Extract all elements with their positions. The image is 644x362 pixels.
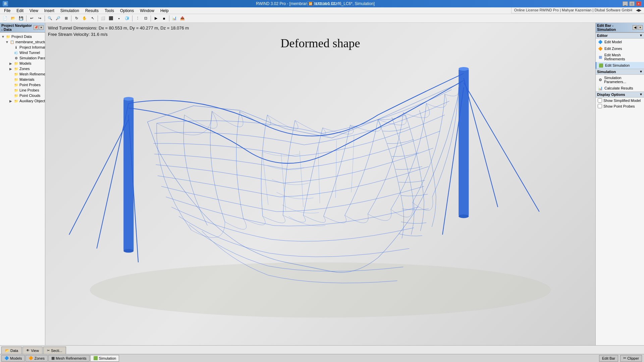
menu-tools[interactable]: Tools [102, 8, 117, 14]
tb-undo[interactable]: ↩ [28, 15, 35, 22]
tb-view-side[interactable]: ▪ [115, 15, 123, 22]
calc-results-label: Calculate Results [604, 86, 633, 90]
edit-bar-btn[interactable]: Edit Bar [599, 355, 618, 362]
editor-expand[interactable]: ▼ [639, 34, 643, 38]
clipper-btn[interactable]: ✂ Clipper [620, 355, 642, 362]
edit-simulation-btn[interactable]: 🟩 Edit Simulation [596, 62, 644, 69]
data-tab-icon: 📂 [5, 349, 9, 352]
right-collapse-btn[interactable]: ◀ [633, 25, 637, 30]
edit-mesh-btn[interactable]: ▦ Edit Mesh Refinements [596, 52, 644, 62]
tab-view[interactable]: 👁 View [22, 347, 43, 354]
tb-rotate[interactable]: ↻ [73, 15, 80, 22]
sim-params-btn[interactable]: ⚙ Simulation Parameters... [596, 75, 644, 85]
license-collapse-btn[interactable]: ◀▶ [636, 8, 641, 12]
calc-results-btn[interactable]: 📊 Calculate Results [596, 85, 644, 92]
menu-window[interactable]: Window [137, 8, 157, 14]
tb-zoom-fit[interactable]: ⊞ [62, 15, 70, 22]
tree-zones[interactable]: ▶ 📁 Zones [1, 66, 44, 71]
sim-view-icon: 🟩 [93, 356, 98, 360]
menu-view[interactable]: View [27, 8, 41, 14]
tb-view-top[interactable]: ⬜ [99, 15, 107, 22]
tb-sep3 [71, 15, 71, 21]
tab-section[interactable]: ✂ Secti... [43, 347, 66, 354]
simulation-expand[interactable]: ▼ [639, 70, 643, 74]
close-btn[interactable]: × [636, 1, 641, 6]
tab-data[interactable]: 📂 Data [1, 347, 22, 354]
svg-line-10 [464, 78, 498, 207]
tb-open[interactable]: 📂 [9, 15, 17, 22]
tb-new[interactable]: 📄 [1, 15, 9, 22]
title-bar: R RWIND 3.02 Pro - [membrane_structure1 … [0, 0, 644, 7]
tree-membrane[interactable]: ▼ 📋 membrane_structure1 [1, 39, 44, 45]
tree-line-probes[interactable]: 📁 Line Probes [1, 87, 44, 93]
folder-icon: 📁 [5, 34, 11, 39]
viewport[interactable]: Wind Tunnel Dimensions: Dx = 80.553 m, D… [45, 23, 595, 345]
tree-point-clouds[interactable]: 📁 Point Clouds [1, 93, 44, 98]
bottom-view-tabs: 🔷 Models 🔶 Zones ▦ Mesh Refinements 🟩 Si… [0, 354, 644, 362]
section-tab-icon: ✂ [47, 349, 50, 352]
sim-icon: ⚙ [13, 56, 19, 60]
tree-label: Point Clouds [19, 94, 40, 98]
tree-sim-params[interactable]: ⚙ Simulation Parameters [1, 55, 44, 61]
tb-zoom-out[interactable]: 🔎 [54, 15, 62, 22]
menu-edit[interactable]: Edit [14, 8, 26, 14]
edit-zones-btn[interactable]: 🔶 Edit Zones [596, 45, 644, 52]
tb-redo[interactable]: ↪ [36, 15, 43, 22]
tb-export[interactable]: 📤 [179, 15, 186, 22]
tb-view-front[interactable]: ⬛ [107, 15, 115, 22]
menu-file[interactable]: File [1, 8, 13, 14]
show-point-probes-item: Show Point Probes [596, 103, 644, 109]
tb-save[interactable]: 💾 [17, 15, 25, 22]
tb-wireframe[interactable]: ⊡ [142, 15, 149, 22]
tb-calc[interactable]: ▶ [152, 15, 160, 22]
right-close-btn[interactable]: × [638, 25, 643, 30]
tb-stop[interactable]: ■ [160, 15, 168, 22]
tb-results[interactable]: 📊 [171, 15, 178, 22]
svg-point-3 [123, 249, 133, 253]
menu-insert[interactable]: Insert [42, 8, 57, 14]
right-panel: Edit Bar - Simulation ◀ × Editor ▼ 🔷 Edi… [595, 23, 644, 345]
minimize-btn[interactable]: _ [623, 1, 628, 6]
menu-options[interactable]: Options [117, 8, 137, 14]
menu-simulation[interactable]: Simulation [58, 8, 82, 14]
show-simplified-model-checkbox[interactable] [598, 98, 602, 103]
tb-select[interactable]: ↖ [89, 15, 96, 22]
tree-label: Models [19, 61, 31, 65]
tree-project-data[interactable]: ▼ 📁 Project Data [1, 34, 44, 39]
tree-label: Wind Tunnel [19, 51, 40, 55]
menu-help[interactable]: Help [158, 8, 171, 14]
tree-mesh[interactable]: 📁 Mesh Refinements [1, 71, 44, 77]
right-header-title: Edit Bar - Simulation [597, 23, 633, 32]
tree-auxiliary[interactable]: ▶ 📁 Auxiliary Objects [1, 98, 44, 104]
tb-mesh[interactable]: ⋮ [134, 15, 141, 22]
tree-project-info[interactable]: ℹ Project Information [1, 45, 44, 50]
tb-view-3d[interactable]: 🧊 [123, 15, 131, 22]
wind-icon: 💨 [13, 50, 19, 55]
tb-zoom-in[interactable]: 🔍 [46, 15, 54, 22]
tree-wind-tunnel[interactable]: 💨 Wind Tunnel [1, 50, 44, 55]
tb-pan[interactable]: ✋ [81, 15, 88, 22]
menu-results[interactable]: Results [83, 8, 101, 14]
network-ip: 172.16.0.122 [315, 2, 337, 6]
data-tab-label: Data [10, 349, 18, 353]
edit-simulation-label: Edit Simulation [605, 63, 630, 67]
tree-models[interactable]: ▶ 📁 Models [1, 61, 44, 66]
nav-pin[interactable]: 📌 [34, 25, 38, 30]
view-tab-mesh-refinements[interactable]: ▦ Mesh Refinements [48, 355, 90, 362]
edit-model-btn[interactable]: 🔷 Edit Model [596, 39, 644, 45]
tree-label: Point Probes [19, 83, 41, 87]
view-tab-simulation[interactable]: 🟩 Simulation [90, 355, 119, 362]
edit-model-icon: 🔷 [598, 40, 603, 44]
toolbar: 📄 📂 💾 ↩ ↪ 🔍 🔎 ⊞ ↻ ✋ ↖ ⬜ ⬛ ▪ 🧊 ⋮ ⊡ ▶ ■ 📊 … [0, 14, 644, 23]
tree-view: ▼ 📁 Project Data ▼ 📋 membrane_structure1… [0, 33, 45, 345]
maximize-btn[interactable]: □ [629, 1, 635, 6]
tree-point-probes[interactable]: 📁 Point Probes [1, 82, 44, 87]
view-tab-zones[interactable]: 🔶 Zones [25, 355, 48, 362]
nav-close[interactable]: × [39, 25, 44, 30]
view-tab-models[interactable]: 🔷 Models [1, 355, 25, 362]
folder-icon: 📁 [13, 93, 19, 98]
show-point-probes-checkbox[interactable] [598, 104, 602, 108]
right-panel-header: Edit Bar - Simulation ◀ × [596, 23, 644, 33]
tree-materials[interactable]: 📁 Materials [1, 77, 44, 82]
display-options-expand[interactable]: ▼ [639, 93, 643, 97]
